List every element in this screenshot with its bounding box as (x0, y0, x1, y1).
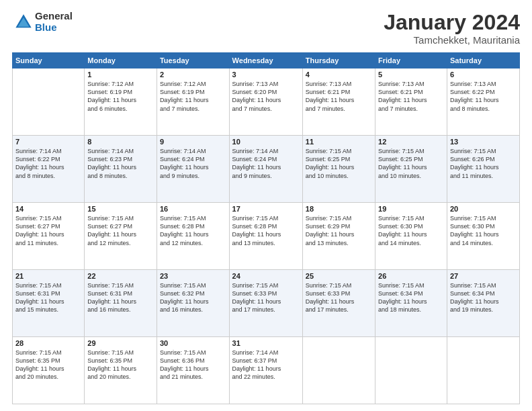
calendar-cell: 3Sunrise: 7:13 AM Sunset: 6:20 PM Daylig… (229, 68, 302, 136)
day-number: 20 (450, 205, 517, 213)
day-number: 24 (232, 272, 300, 280)
day-number: 16 (160, 205, 226, 213)
day-header-tuesday: Tuesday (157, 53, 229, 68)
day-number: 23 (160, 272, 226, 280)
logo: General Blue (12, 11, 73, 33)
cell-info: Sunrise: 7:15 AM Sunset: 6:36 PM Dayligh… (160, 349, 226, 381)
cell-info: Sunrise: 7:15 AM Sunset: 6:35 PM Dayligh… (87, 349, 154, 381)
logo-icon (13, 12, 34, 32)
day-header-monday: Monday (85, 53, 157, 68)
cell-info: Sunrise: 7:15 AM Sunset: 6:35 PM Dayligh… (15, 349, 81, 381)
day-number: 12 (378, 138, 444, 146)
calendar-cell: 31Sunrise: 7:14 AM Sunset: 6:37 PM Dayli… (229, 337, 302, 404)
calendar-cell: 2Sunrise: 7:12 AM Sunset: 6:19 PM Daylig… (157, 68, 229, 136)
calendar-week-row: 7Sunrise: 7:14 AM Sunset: 6:22 PM Daylig… (13, 136, 520, 203)
calendar-cell: 7Sunrise: 7:14 AM Sunset: 6:22 PM Daylig… (13, 136, 85, 203)
day-number: 26 (378, 272, 444, 280)
calendar-cell: 6Sunrise: 7:13 AM Sunset: 6:22 PM Daylig… (447, 68, 519, 136)
cell-info: Sunrise: 7:15 AM Sunset: 6:28 PM Dayligh… (232, 214, 300, 247)
cell-info: Sunrise: 7:15 AM Sunset: 6:32 PM Dayligh… (160, 281, 226, 314)
day-number: 25 (306, 272, 372, 280)
cell-info: Sunrise: 7:14 AM Sunset: 6:37 PM Dayligh… (232, 349, 300, 381)
calendar-cell: 28Sunrise: 7:15 AM Sunset: 6:35 PM Dayli… (13, 337, 85, 404)
day-number: 30 (160, 339, 226, 347)
day-number: 9 (160, 138, 226, 146)
day-header-sunday: Sunday (13, 53, 85, 68)
calendar-week-row: 1Sunrise: 7:12 AM Sunset: 6:19 PM Daylig… (13, 68, 520, 136)
day-number: 29 (87, 339, 154, 347)
calendar-cell: 20Sunrise: 7:15 AM Sunset: 6:30 PM Dayli… (447, 203, 519, 270)
calendar-header-row: SundayMondayTuesdayWednesdayThursdayFrid… (13, 53, 520, 68)
cell-info: Sunrise: 7:15 AM Sunset: 6:25 PM Dayligh… (306, 147, 372, 180)
cell-info: Sunrise: 7:13 AM Sunset: 6:22 PM Dayligh… (450, 80, 517, 113)
day-number: 11 (306, 138, 372, 146)
cell-info: Sunrise: 7:15 AM Sunset: 6:27 PM Dayligh… (15, 214, 81, 247)
day-number: 10 (232, 138, 300, 146)
cell-info: Sunrise: 7:13 AM Sunset: 6:21 PM Dayligh… (378, 80, 444, 113)
day-number: 31 (232, 339, 300, 347)
calendar-cell: 13Sunrise: 7:15 AM Sunset: 6:26 PM Dayli… (447, 136, 519, 203)
cell-info: Sunrise: 7:12 AM Sunset: 6:19 PM Dayligh… (160, 80, 226, 113)
calendar-cell: 19Sunrise: 7:15 AM Sunset: 6:30 PM Dayli… (375, 203, 447, 270)
day-header-wednesday: Wednesday (229, 53, 302, 68)
day-number: 4 (306, 71, 372, 79)
day-number: 6 (450, 71, 517, 79)
cell-info: Sunrise: 7:14 AM Sunset: 6:22 PM Dayligh… (15, 147, 81, 180)
calendar-cell: 29Sunrise: 7:15 AM Sunset: 6:35 PM Dayli… (85, 337, 157, 404)
calendar-cell: 26Sunrise: 7:15 AM Sunset: 6:34 PM Dayli… (375, 270, 447, 337)
day-number: 22 (87, 272, 154, 280)
calendar-cell: 30Sunrise: 7:15 AM Sunset: 6:36 PM Dayli… (157, 337, 229, 404)
day-number: 15 (87, 205, 154, 213)
calendar-cell: 21Sunrise: 7:15 AM Sunset: 6:31 PM Dayli… (13, 270, 85, 337)
cell-info: Sunrise: 7:15 AM Sunset: 6:31 PM Dayligh… (15, 281, 81, 314)
calendar-cell: 16Sunrise: 7:15 AM Sunset: 6:28 PM Dayli… (157, 203, 229, 270)
day-number: 21 (15, 272, 81, 280)
cell-info: Sunrise: 7:15 AM Sunset: 6:27 PM Dayligh… (87, 214, 154, 247)
day-header-saturday: Saturday (447, 53, 519, 68)
cell-info: Sunrise: 7:15 AM Sunset: 6:34 PM Dayligh… (450, 281, 517, 314)
day-number: 27 (450, 272, 517, 280)
day-number: 5 (378, 71, 444, 79)
calendar-cell: 27Sunrise: 7:15 AM Sunset: 6:34 PM Dayli… (447, 270, 519, 337)
cell-info: Sunrise: 7:15 AM Sunset: 6:31 PM Dayligh… (87, 281, 154, 314)
calendar-week-row: 14Sunrise: 7:15 AM Sunset: 6:27 PM Dayli… (13, 203, 520, 270)
day-header-friday: Friday (375, 53, 447, 68)
cell-info: Sunrise: 7:15 AM Sunset: 6:28 PM Dayligh… (160, 214, 226, 247)
day-number: 13 (450, 138, 517, 146)
day-number: 14 (15, 205, 81, 213)
title-block: January 2024 Tamchekket, Mauritania (384, 11, 520, 46)
calendar-cell: 1Sunrise: 7:12 AM Sunset: 6:19 PM Daylig… (85, 68, 157, 136)
calendar-cell: 10Sunrise: 7:14 AM Sunset: 6:24 PM Dayli… (229, 136, 302, 203)
calendar-cell: 9Sunrise: 7:14 AM Sunset: 6:24 PM Daylig… (157, 136, 229, 203)
cell-info: Sunrise: 7:12 AM Sunset: 6:19 PM Dayligh… (87, 80, 154, 113)
calendar-cell: 23Sunrise: 7:15 AM Sunset: 6:32 PM Dayli… (157, 270, 229, 337)
calendar-cell: 11Sunrise: 7:15 AM Sunset: 6:25 PM Dayli… (302, 136, 375, 203)
calendar-cell: 24Sunrise: 7:15 AM Sunset: 6:33 PM Dayli… (229, 270, 302, 337)
month-title: January 2024 (384, 11, 520, 34)
logo-text: General Blue (35, 11, 73, 33)
cell-info: Sunrise: 7:15 AM Sunset: 6:33 PM Dayligh… (306, 281, 372, 314)
calendar-table: SundayMondayTuesdayWednesdayThursdayFrid… (12, 52, 520, 404)
day-number: 19 (378, 205, 444, 213)
day-number: 2 (160, 71, 226, 79)
calendar-cell (302, 337, 375, 404)
calendar-cell: 15Sunrise: 7:15 AM Sunset: 6:27 PM Dayli… (85, 203, 157, 270)
calendar-cell: 18Sunrise: 7:15 AM Sunset: 6:29 PM Dayli… (302, 203, 375, 270)
location-title: Tamchekket, Mauritania (384, 34, 520, 46)
cell-info: Sunrise: 7:14 AM Sunset: 6:24 PM Dayligh… (232, 147, 300, 180)
calendar-cell: 8Sunrise: 7:14 AM Sunset: 6:23 PM Daylig… (85, 136, 157, 203)
cell-info: Sunrise: 7:13 AM Sunset: 6:20 PM Dayligh… (232, 80, 300, 113)
cell-info: Sunrise: 7:15 AM Sunset: 6:25 PM Dayligh… (378, 147, 444, 180)
calendar-cell: 17Sunrise: 7:15 AM Sunset: 6:28 PM Dayli… (229, 203, 302, 270)
cell-info: Sunrise: 7:15 AM Sunset: 6:26 PM Dayligh… (450, 147, 517, 180)
logo-general-label: General (35, 11, 73, 22)
calendar-week-row: 28Sunrise: 7:15 AM Sunset: 6:35 PM Dayli… (13, 337, 520, 404)
calendar-cell: 12Sunrise: 7:15 AM Sunset: 6:25 PM Dayli… (375, 136, 447, 203)
cell-info: Sunrise: 7:15 AM Sunset: 6:34 PM Dayligh… (378, 281, 444, 314)
calendar-cell: 4Sunrise: 7:13 AM Sunset: 6:21 PM Daylig… (302, 68, 375, 136)
calendar-week-row: 21Sunrise: 7:15 AM Sunset: 6:31 PM Dayli… (13, 270, 520, 337)
day-number: 18 (306, 205, 372, 213)
calendar-cell: 5Sunrise: 7:13 AM Sunset: 6:21 PM Daylig… (375, 68, 447, 136)
page: General Blue January 2024 Tamchekket, Ma… (0, 0, 532, 411)
cell-info: Sunrise: 7:14 AM Sunset: 6:23 PM Dayligh… (87, 147, 154, 180)
